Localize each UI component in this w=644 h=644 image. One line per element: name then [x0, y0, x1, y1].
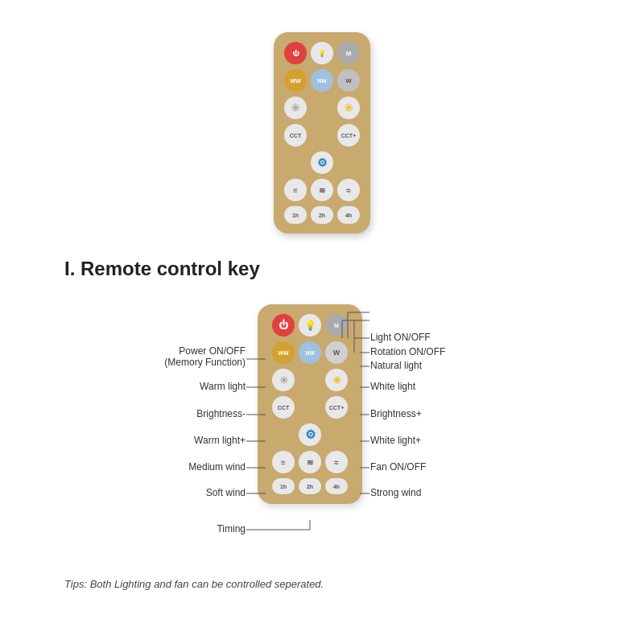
top-remote: ⏻ 💡 M WW NW W ✳ ✳ CCT CCT+ ⚙ ≡ ≋ ≈ 1h — [274, 32, 370, 233]
tips-text: Tips: Both Lighting and fan can be contr… — [0, 562, 644, 606]
top-remote-row-1: ⏻ 💡 M — [284, 42, 360, 64]
label-warm-light: Warm light — [200, 381, 246, 392]
label-brightness-plus: Brightness+ — [370, 408, 422, 419]
brightness-plus-button-top[interactable]: ✳ — [337, 97, 360, 119]
label-soft-wind: Soft wind — [206, 487, 246, 498]
cct-button-top[interactable]: CCT — [284, 124, 307, 147]
fan-button-top[interactable]: ⚙ — [311, 151, 333, 174]
top-remote-row-6: ≡ ≋ ≈ — [284, 179, 360, 201]
top-remote-row-2: WW NW W — [284, 69, 360, 92]
medium-wind-button-top[interactable]: ≋ — [311, 179, 333, 201]
label-power-onoff: Power ON/OFF — [179, 345, 246, 357]
label-white-light-plus: White light+ — [370, 435, 421, 446]
top-remote-row-4: CCT CCT+ — [284, 124, 360, 147]
label-strong-wind: Strong wind — [370, 487, 421, 498]
top-remote-row-7: 1h 2h 4h — [284, 206, 360, 224]
light-button-top[interactable]: 💡 — [311, 42, 333, 64]
top-remote-row-5: ⚙ — [311, 151, 333, 174]
strong-wind-button-top[interactable]: ≈ — [337, 179, 360, 201]
spacer-top — [311, 97, 333, 119]
section-title: I. Remote control key — [0, 233, 644, 296]
natural-white-button-top[interactable]: NW — [311, 69, 333, 92]
label-rotation-onoff: Rotation ON/OFF — [370, 346, 445, 357]
timer-1h-button-top[interactable]: 1h — [284, 206, 307, 224]
label-light-onoff: Light ON/OFF — [370, 332, 431, 343]
label-fan-onoff: Fan ON/OFF — [370, 461, 426, 473]
spacer2-top — [311, 124, 333, 147]
white-button-top[interactable]: W — [337, 69, 360, 92]
timer-4h-button-top[interactable]: 4h — [337, 206, 360, 224]
label-memory-function: (Memory Function) — [164, 357, 246, 368]
brightness-minus-button-top[interactable]: ✳ — [284, 97, 307, 119]
diagram-labels-svg: .lbl { font: 12px Arial, sans-serif; fil… — [0, 296, 644, 562]
cct-plus-button-top[interactable]: CCT+ — [337, 124, 360, 147]
diagram-area: ⏻ 💡 M WW NW W ✳ ✳ CCT CCT+ ⚙ ≡ ≋ ≈ 1h — [0, 296, 644, 562]
warm-white-button-top[interactable]: WW — [284, 69, 307, 92]
power-button-top[interactable]: ⏻ — [284, 42, 307, 64]
label-warm-light-plus: Warm light+ — [194, 435, 246, 446]
top-remote-row-3: ✳ ✳ — [284, 97, 360, 119]
soft-wind-button-top[interactable]: ≡ — [284, 179, 307, 201]
label-white-light: White light — [370, 381, 416, 392]
label-brightness-minus: Brightness- — [196, 408, 246, 419]
memory-button-top[interactable]: M — [337, 42, 360, 64]
top-remote-section: ⏻ 💡 M WW NW W ✳ ✳ CCT CCT+ ⚙ ≡ ≋ ≈ 1h — [0, 0, 644, 233]
label-natural-light: Natural light — [370, 360, 423, 371]
label-medium-wind: Medium wind — [188, 461, 246, 473]
timer-2h-button-top[interactable]: 2h — [311, 206, 333, 224]
label-timing: Timing — [217, 523, 246, 535]
